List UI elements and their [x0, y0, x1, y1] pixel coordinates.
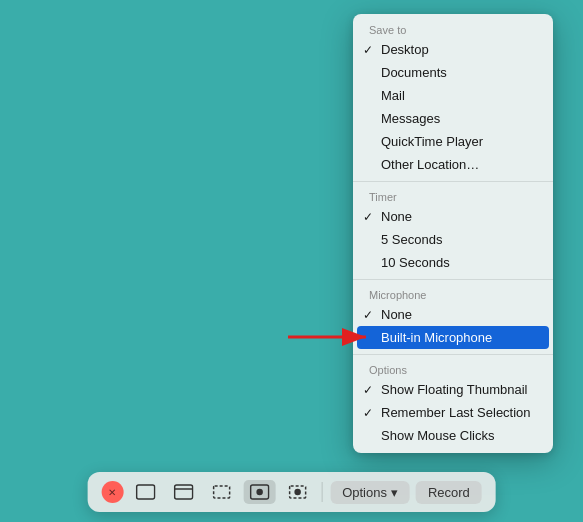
menu-item-other-location[interactable]: Other Location… [353, 153, 553, 176]
selection-capture-icon[interactable] [205, 480, 237, 504]
svg-point-7 [257, 490, 262, 495]
svg-rect-2 [136, 485, 154, 499]
divider-1 [353, 181, 553, 182]
menu-item-mouse-clicks[interactable]: Show Mouse Clicks [353, 424, 553, 447]
chevron-down-icon: ▾ [391, 485, 398, 500]
menu-item-timer-none[interactable]: None [353, 205, 553, 228]
menu-item-builtin-mic[interactable]: Built-in Microphone [357, 326, 549, 349]
close-icon: ✕ [108, 487, 116, 498]
dropdown-menu: Save to Desktop Documents Mail Messages … [353, 14, 553, 453]
window-capture-icon[interactable] [167, 480, 199, 504]
save-to-section: Save to Desktop Documents Mail Messages … [353, 18, 553, 178]
menu-item-5sec[interactable]: 5 Seconds [353, 228, 553, 251]
options-section: Options Show Floating Thumbnail Remember… [353, 358, 553, 449]
menu-item-mail[interactable]: Mail [353, 84, 553, 107]
timer-section: Timer None 5 Seconds 10 Seconds [353, 185, 553, 276]
svg-point-9 [295, 490, 300, 495]
timer-label: Timer [353, 187, 553, 205]
options-button[interactable]: Options ▾ [330, 481, 410, 504]
svg-rect-5 [213, 486, 229, 498]
fullscreen-capture-icon[interactable] [129, 480, 161, 504]
menu-item-quicktime[interactable]: QuickTime Player [353, 130, 553, 153]
toolbar: ✕ Options ▾ Record [87, 472, 496, 512]
divider-3 [353, 354, 553, 355]
toolbar-divider [321, 482, 322, 502]
menu-item-10sec[interactable]: 10 Seconds [353, 251, 553, 274]
microphone-label: Microphone [353, 285, 553, 303]
menu-item-desktop[interactable]: Desktop [353, 38, 553, 61]
menu-item-mic-none[interactable]: None [353, 303, 553, 326]
menu-item-remember-selection[interactable]: Remember Last Selection [353, 401, 553, 424]
screen-record-icon[interactable] [243, 480, 275, 504]
close-button[interactable]: ✕ [101, 481, 123, 503]
record-button[interactable]: Record [416, 481, 482, 504]
menu-item-documents[interactable]: Documents [353, 61, 553, 84]
svg-rect-3 [174, 485, 192, 499]
options-label: Options [342, 485, 387, 500]
menu-item-messages[interactable]: Messages [353, 107, 553, 130]
save-to-label: Save to [353, 20, 553, 38]
microphone-section: Microphone None Built-in Microphone [353, 283, 553, 351]
options-label: Options [353, 360, 553, 378]
menu-item-floating-thumbnail[interactable]: Show Floating Thumbnail [353, 378, 553, 401]
selection-record-icon[interactable] [281, 480, 313, 504]
divider-2 [353, 279, 553, 280]
